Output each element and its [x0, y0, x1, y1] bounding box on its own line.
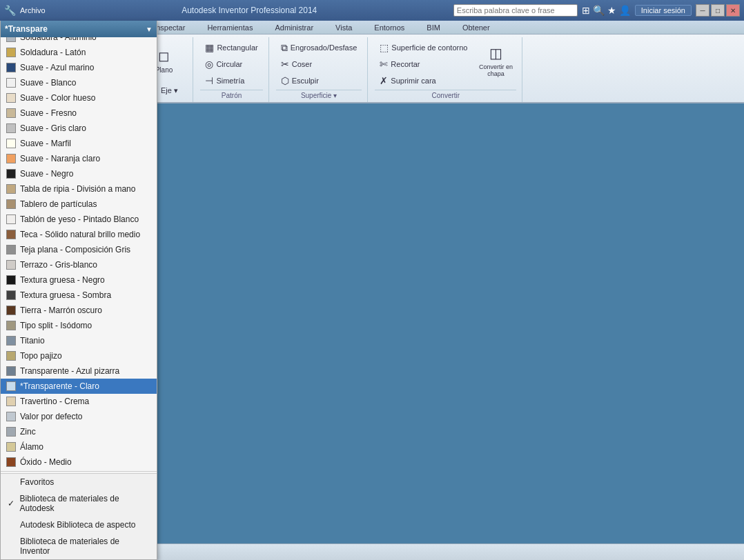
btn-circular[interactable]: ◎Circular: [200, 57, 247, 72]
search-icon[interactable]: 🔍: [593, 5, 605, 16]
material-item-label: Suave - Fresno: [20, 108, 77, 118]
login-button[interactable]: Iniciar sesión: [635, 5, 692, 16]
star-icon[interactable]: ★: [607, 5, 616, 16]
btn-esculpir[interactable]: ⬡Esculpir: [276, 73, 324, 88]
material-color-swatch: [6, 412, 16, 421]
footer-item[interactable]: ✓Biblioteca de materiales de Autodesk: [1, 490, 157, 517]
footer-item-label: Favoritos: [20, 477, 54, 487]
footer-item[interactable]: Autodesk Biblioteca de aspecto: [1, 517, 157, 533]
material-color-swatch: [6, 93, 16, 103]
material-list-item[interactable]: Zinc: [1, 424, 157, 439]
superficie-contorno-icon: ⬚: [380, 42, 389, 53]
btn-superficie-contorno[interactable]: ⬚Superficie de contorno: [375, 40, 472, 55]
material-list-item[interactable]: Suave - Marfil: [1, 136, 157, 151]
footer-checkmark: ✓: [6, 499, 16, 508]
ribbon-group-label-convertir: Convertir: [375, 90, 516, 99]
material-list-item[interactable]: Tipo split - Isódomo: [1, 318, 157, 333]
material-color-swatch: [6, 306, 16, 315]
plano-icon: ◻: [158, 48, 170, 64]
material-list-item[interactable]: Suave - Gris claro: [1, 121, 157, 136]
material-list-item[interactable]: Álamo: [1, 439, 157, 454]
material-color-swatch: [6, 366, 16, 376]
engrosado-icon: ⧉: [281, 42, 288, 54]
material-item-label: Travertino - Crema: [20, 397, 89, 406]
material-color-swatch: [6, 427, 16, 437]
footer-item[interactable]: Biblioteca de materiales de Inventor: [1, 533, 157, 559]
search-input[interactable]: [457, 6, 567, 14]
ribbon-group-superficie: ⧉Engrosado/Desfase ✂Coser ⬡Esculpir Supe…: [271, 37, 369, 102]
rectangular-icon: ▦: [205, 42, 214, 53]
user-icon[interactable]: 👤: [619, 5, 631, 16]
footer-item-label: Autodesk Biblioteca de aspecto: [20, 520, 135, 530]
material-item-label: Terrazo - Gris-blanco: [20, 260, 97, 270]
dropdown-title: *Transpare: [5, 24, 141, 34]
search-box[interactable]: [453, 4, 578, 17]
btn-simetria[interactable]: ⊣Simetría: [200, 73, 249, 88]
tab-administrar[interactable]: Administrar: [268, 21, 320, 34]
tab-herramientas[interactable]: Herramientas: [200, 21, 260, 34]
material-list-item[interactable]: Suave - Fresno: [1, 106, 157, 121]
material-list-item[interactable]: Tablero de partículas: [1, 197, 157, 212]
dropdown-arrow-icon: ▼: [146, 26, 153, 33]
material-list-item[interactable]: Teja plana - Composición Gris: [1, 242, 157, 257]
material-color-swatch: [6, 169, 16, 179]
tab-bim[interactable]: BIM: [420, 21, 447, 34]
material-item-label: Tablón de yeso - Pintado Blanco: [20, 214, 139, 224]
material-color-swatch: [6, 123, 16, 133]
tab-entornos[interactable]: Entornos: [367, 21, 411, 34]
material-color-swatch: [6, 78, 16, 88]
btn-suprimir-cara[interactable]: ✗Suprimir cara: [375, 73, 472, 88]
material-item-label: Tipo split - Isódomo: [20, 321, 92, 330]
material-color-swatch: [6, 381, 16, 391]
simetria-icon: ⊣: [205, 75, 213, 86]
maximize-button[interactable]: □: [711, 4, 725, 17]
material-list-item[interactable]: Tierra - Marrón oscuro: [1, 303, 157, 318]
material-list-item[interactable]: Topo pajizo: [1, 348, 157, 363]
material-list-item[interactable]: Suave - Azul marino: [1, 60, 157, 75]
app-title: Autodesk Inventor Professional 2014: [50, 6, 449, 15]
material-list-item[interactable]: Suave - Color hueso: [1, 90, 157, 106]
tab-vista[interactable]: Vista: [329, 21, 359, 34]
material-list-item[interactable]: Soldadura - Aluminio: [1, 37, 157, 45]
btn-coser[interactable]: ✂Coser: [276, 57, 317, 72]
material-list-item[interactable]: Óxido - Medio: [1, 454, 157, 470]
tab-obtener[interactable]: Obtener: [456, 21, 497, 34]
menu-bar: Archivo: [20, 6, 46, 14]
material-list-item[interactable]: Teca - Sólido natural brillo medio: [1, 227, 157, 242]
material-item-label: Valor por defecto: [20, 412, 83, 421]
ribbon-group-patron: ▦Rectangular ◎Circular ⊣Simetría Patrón: [195, 37, 268, 102]
material-item-label: Titanio: [20, 336, 45, 346]
material-list-item[interactable]: Textura gruesa - Negro: [1, 272, 157, 288]
material-list-item[interactable]: Tablón de yeso - Pintado Blanco: [1, 212, 157, 227]
material-item-label: Textura gruesa - Sombra: [20, 290, 111, 300]
bookmarks-icon[interactable]: ⊞: [582, 5, 590, 16]
close-button[interactable]: ✕: [726, 4, 740, 17]
material-color-swatch: [6, 442, 16, 452]
btn-convertir-chapa[interactable]: ◫ Convertir en chapa: [475, 40, 516, 81]
material-color-swatch: [6, 290, 16, 300]
material-list-item[interactable]: Suave - Blanco: [1, 75, 157, 90]
material-color-swatch: [6, 184, 16, 194]
material-list-item[interactable]: *Transparente - Claro: [1, 379, 157, 394]
btn-rectangular[interactable]: ▦Rectangular: [200, 40, 262, 55]
material-list-item[interactable]: Titanio: [1, 333, 157, 348]
material-item-label: Suave - Naranja claro: [20, 154, 100, 163]
material-list-item[interactable]: Textura gruesa - Sombra: [1, 288, 157, 303]
ribbon-group-label-patron: Patrón: [200, 90, 262, 99]
footer-item[interactable]: Favoritos: [1, 474, 157, 490]
material-color-swatch: [6, 48, 16, 57]
material-list-item[interactable]: Tabla de ripia - División a mano: [1, 181, 157, 197]
material-list-item[interactable]: Soldadura - Latón: [1, 45, 157, 60]
material-list-item[interactable]: Valor por defecto: [1, 409, 157, 424]
btn-recortar[interactable]: ✄Recortar: [375, 57, 472, 72]
ribbon-group-convertir: ⬚Superficie de contorno ✄Recortar ✗Supri…: [369, 37, 522, 102]
material-list-item[interactable]: Travertino - Crema: [1, 394, 157, 409]
minimize-button[interactable]: ─: [696, 4, 709, 17]
menu-file[interactable]: Archivo: [20, 6, 46, 14]
material-list-item[interactable]: Transparente - Azul pizarra: [1, 363, 157, 379]
material-list-item[interactable]: Suave - Negro: [1, 166, 157, 181]
material-list-item[interactable]: Suave - Naranja claro: [1, 151, 157, 166]
material-item-label: Suave - Gris claro: [20, 123, 86, 133]
btn-engrosado[interactable]: ⧉Engrosado/Desfase: [276, 40, 362, 55]
material-list-item[interactable]: Terrazo - Gris-blanco: [1, 257, 157, 272]
